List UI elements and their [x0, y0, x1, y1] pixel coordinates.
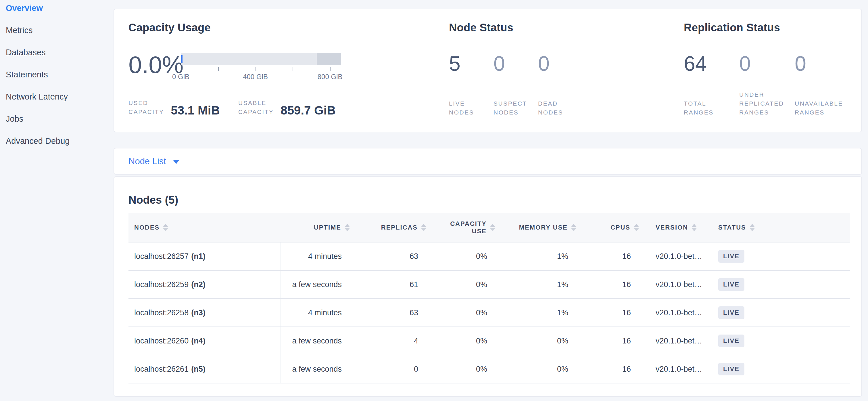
status-badge: LIVE — [718, 363, 744, 375]
node-list-dropdown-label: Node List — [128, 156, 166, 167]
dead-nodes-count: 0 — [538, 52, 583, 75]
status-badge: LIVE — [718, 306, 744, 319]
column-label: CAPACITY USE — [449, 220, 487, 235]
sort-icon — [421, 224, 426, 231]
sidebar-item-overview[interactable]: Overview — [6, 4, 114, 12]
column-label: REPLICAS — [381, 224, 417, 231]
sidebar-item-jobs[interactable]: Jobs — [6, 114, 114, 123]
nodes-table-card: Nodes (5) NODES UPTIME REP — [114, 176, 862, 397]
gauge-axis-label: 0 GiB — [172, 73, 189, 81]
capacity-use-cell: 0% — [429, 298, 498, 327]
node-address-cell[interactable]: localhost:26260(n4) — [128, 327, 281, 355]
status-badge: LIVE — [718, 278, 744, 291]
node-address: localhost:26257 — [134, 252, 189, 261]
column-label: VERSION — [656, 224, 688, 231]
live-nodes-count: 5 — [449, 52, 494, 75]
sidebar-item-statements[interactable]: Statements — [6, 70, 114, 79]
replication-status-panel: Replication Status 64 0 0 TOTAL RANGES U… — [674, 9, 861, 132]
capacity-gauge-bar — [181, 53, 341, 65]
total-ranges-label: TOTAL RANGES — [684, 99, 739, 117]
column-header-status[interactable]: STATUS — [712, 213, 761, 242]
gauge-secondary-segment — [317, 53, 341, 65]
node-address-cell[interactable]: localhost:26259(n2) — [128, 270, 281, 298]
sort-icon — [634, 224, 639, 231]
node-list-dropdown-bar: Node List — [114, 148, 862, 175]
sidebar: Overview Metrics Databases Statements Ne… — [0, 0, 114, 401]
node-id: (n4) — [191, 337, 206, 345]
suspect-nodes-label: SUSPECT NODES — [494, 99, 538, 117]
table-row-n3[interactable]: localhost:26258(n3) 4 minutes 63 0% 1% 1… — [128, 298, 850, 327]
node-address-cell[interactable]: localhost:26258(n3) — [128, 298, 281, 327]
filler-cell — [761, 298, 850, 327]
usable-capacity-value: 859.7 GiB — [281, 104, 335, 117]
capacity-use-cell: 0% — [429, 270, 498, 298]
nodes-table: NODES UPTIME REPLICAS CAPACITY USE MEMOR — [128, 213, 850, 383]
status-cell: LIVE — [712, 327, 761, 355]
usable-capacity-label: USABLE CAPACITY — [238, 98, 274, 117]
column-label: MEMORY USE — [519, 224, 568, 231]
column-label: NODES — [134, 224, 159, 231]
version-cell: v20.1.0-bet… — [641, 298, 712, 327]
replicas-cell: 4 — [352, 327, 429, 355]
dead-nodes-label: DEAD NODES — [538, 99, 583, 117]
node-address: localhost:26261 — [134, 365, 189, 373]
total-ranges-count: 64 — [684, 52, 739, 75]
column-header-nodes[interactable]: NODES — [128, 213, 281, 242]
capacity-usage-panel: Capacity Usage 0.0% 0 GiB 400 Gi — [114, 9, 444, 132]
sort-icon — [750, 224, 755, 231]
table-row-n2[interactable]: localhost:26259(n2) a few seconds 61 0% … — [128, 270, 850, 298]
node-address: localhost:26259 — [134, 280, 189, 289]
version-cell: v20.1.0-bet… — [641, 355, 712, 383]
column-header-cpus[interactable]: CPUS — [579, 213, 641, 242]
sidebar-item-network-latency[interactable]: Network Latency — [6, 92, 114, 101]
node-id: (n1) — [191, 252, 206, 261]
column-header-uptime[interactable]: UPTIME — [281, 213, 352, 242]
column-header-filler — [761, 213, 850, 242]
gauge-used-marker — [181, 55, 183, 63]
status-cell: LIVE — [712, 355, 761, 383]
unavailable-ranges-count: 0 — [795, 52, 850, 75]
column-label: CPUS — [611, 224, 630, 231]
status-badge: LIVE — [718, 335, 744, 347]
used-capacity-label: USED CAPACITY — [128, 98, 164, 117]
column-header-memory-use[interactable]: MEMORY USE — [498, 213, 579, 242]
uptime-cell: a few seconds — [281, 270, 352, 298]
node-address-cell[interactable]: localhost:26257(n1) — [128, 242, 281, 270]
capacity-use-cell: 0% — [429, 355, 498, 383]
replicas-cell: 0 — [352, 355, 429, 383]
sidebar-item-advanced-debug[interactable]: Advanced Debug — [6, 137, 114, 145]
column-header-replicas[interactable]: REPLICAS — [352, 213, 429, 242]
column-header-version[interactable]: VERSION — [641, 213, 712, 242]
table-row-n4[interactable]: localhost:26260(n4) a few seconds 4 0% 0… — [128, 327, 850, 355]
used-capacity-value: 53.1 MiB — [171, 104, 220, 117]
sort-icon — [163, 224, 168, 231]
node-list-dropdown[interactable]: Node List — [128, 156, 179, 167]
uptime-cell: a few seconds — [281, 355, 352, 383]
cpus-cell: 16 — [579, 270, 641, 298]
sidebar-item-databases[interactable]: Databases — [6, 48, 114, 57]
chevron-down-icon — [173, 160, 179, 164]
unavailable-ranges-label: UNAVAILABLE RANGES — [795, 99, 850, 117]
sort-icon — [345, 224, 350, 231]
cpus-cell: 16 — [579, 298, 641, 327]
cluster-summary-card: Capacity Usage 0.0% 0 GiB 400 Gi — [114, 9, 862, 132]
column-header-capacity-use[interactable]: CAPACITY USE — [429, 213, 498, 242]
app-root: Overview Metrics Databases Statements Ne… — [0, 0, 868, 401]
version-cell: v20.1.0-bet… — [641, 270, 712, 298]
capacity-gauge: 0 GiB 400 GiB 800 GiB — [181, 53, 341, 81]
sort-icon — [490, 224, 495, 231]
uptime-cell: 4 minutes — [281, 298, 352, 327]
node-id: (n3) — [191, 308, 206, 317]
table-row-n5[interactable]: localhost:26261(n5) a few seconds 0 0% 0… — [128, 355, 850, 383]
table-row-n1[interactable]: localhost:26257(n1) 4 minutes 63 0% 1% 1… — [128, 242, 850, 270]
live-nodes-label: LIVE NODES — [449, 99, 494, 117]
under-replicated-ranges-count: 0 — [739, 52, 795, 75]
replication-status-title: Replication Status — [684, 21, 861, 34]
node-address-cell[interactable]: localhost:26261(n5) — [128, 355, 281, 383]
sort-icon — [691, 224, 697, 231]
replicas-cell: 63 — [352, 298, 429, 327]
under-replicated-ranges-label: UNDER- REPLICATED RANGES — [739, 90, 795, 117]
capacity-usage-title: Capacity Usage — [128, 21, 444, 34]
sidebar-item-metrics[interactable]: Metrics — [6, 26, 114, 34]
gauge-axis-label: 800 GiB — [318, 73, 343, 81]
